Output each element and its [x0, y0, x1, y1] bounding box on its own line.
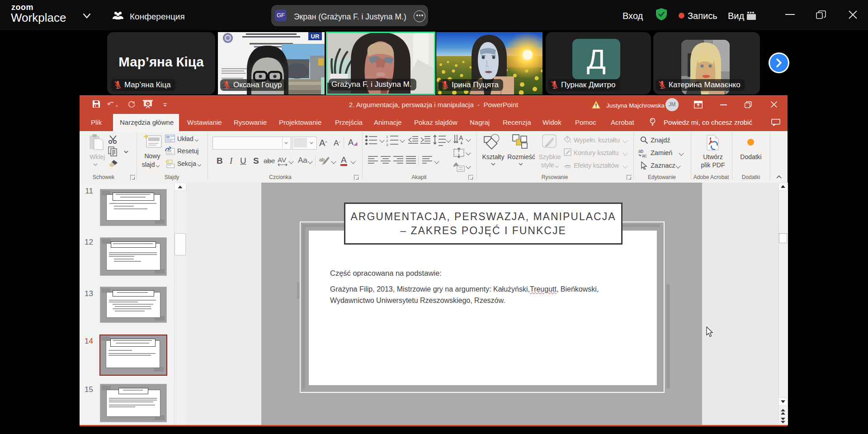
svg-text:UR: UR — [311, 33, 320, 40]
svg-text:3: 3 — [386, 143, 388, 146]
svg-text:1: 1 — [386, 135, 388, 139]
svg-text:ab: ab — [319, 157, 325, 162]
svg-text:2: 2 — [386, 139, 388, 143]
svg-text:A: A — [459, 134, 463, 142]
svg-text:ac: ac — [642, 153, 647, 158]
